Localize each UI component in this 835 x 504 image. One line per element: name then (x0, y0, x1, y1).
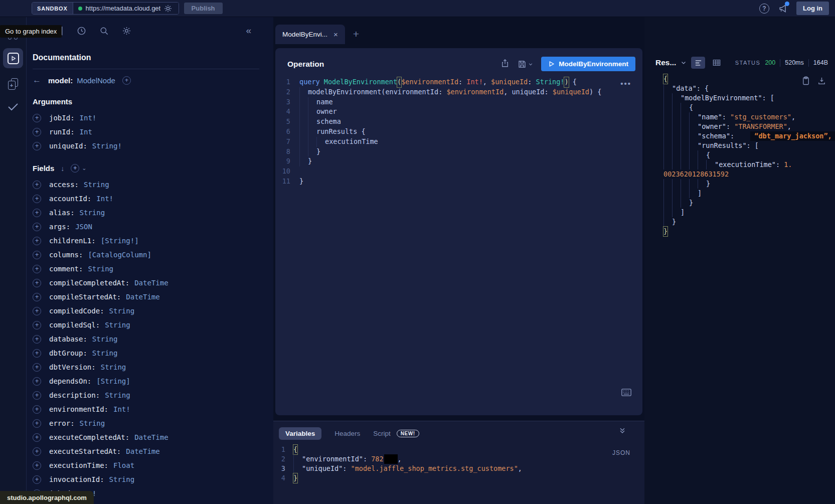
add-to-query-icon[interactable]: + (33, 335, 41, 344)
add-to-query-icon[interactable]: + (33, 279, 41, 287)
field-row[interactable]: +dependsOn:[String] (33, 374, 259, 388)
field-name[interactable]: args: (49, 223, 70, 231)
field-row[interactable]: +compiledCode:String (33, 304, 259, 318)
add-to-query-icon[interactable]: + (33, 405, 41, 414)
field-name[interactable]: runId: (49, 128, 75, 136)
field-name[interactable]: compileStartedAt: (49, 293, 121, 301)
field-row[interactable]: +alias:String (33, 206, 259, 220)
run-operation-button[interactable]: ModelByEnvironment (541, 57, 635, 71)
field-name[interactable]: environmentId: (49, 405, 108, 413)
field-name[interactable]: database: (49, 335, 87, 343)
field-type[interactable]: String (80, 419, 105, 427)
tab-headers[interactable]: Headers (335, 430, 360, 437)
graph-url-input[interactable]: https://metadata.cloud.get (73, 3, 179, 14)
add-to-query-icon[interactable]: + (33, 377, 41, 386)
add-to-query-icon[interactable]: + (33, 475, 41, 484)
field-type[interactable]: String! (92, 142, 122, 150)
add-field-icon[interactable]: + (122, 76, 131, 85)
add-to-query-icon[interactable]: + (33, 195, 41, 203)
field-row[interactable]: +dbtVersion:String (33, 360, 259, 374)
field-row[interactable]: +columns:[CatalogColumn] (33, 248, 259, 262)
response-format-table-button[interactable] (710, 57, 724, 69)
add-to-query-icon[interactable]: + (33, 293, 41, 301)
add-to-query-icon[interactable]: + (33, 128, 41, 136)
field-row[interactable]: +description:String (33, 388, 259, 402)
add-to-query-icon[interactable]: + (33, 251, 41, 259)
field-name[interactable]: access: (49, 181, 79, 189)
field-row[interactable]: +compileCompletedAt:DateTime (33, 276, 259, 290)
field-name[interactable]: invocationId: (49, 475, 104, 483)
field-row[interactable]: +compileStartedAt:DateTime (33, 290, 259, 304)
field-type[interactable]: String (109, 307, 135, 315)
field-type[interactable]: Int! (113, 405, 130, 413)
help-icon[interactable]: ? (759, 4, 769, 14)
response-format-list-button[interactable] (691, 57, 705, 69)
field-name[interactable]: jobId: (49, 114, 75, 122)
field-row[interactable]: +compiledSql:String (33, 318, 259, 332)
add-to-query-icon[interactable]: + (33, 363, 41, 372)
add-to-query-icon[interactable]: + (33, 223, 41, 231)
field-row[interactable]: +error:String (33, 416, 259, 430)
field-type[interactable]: [String] (96, 377, 130, 385)
field-type[interactable]: String (92, 335, 118, 343)
tab-script[interactable]: Script (373, 430, 391, 437)
publish-button[interactable]: Publish (184, 3, 223, 14)
add-to-query-icon[interactable]: + (33, 321, 41, 329)
save-operation-group[interactable] (518, 60, 533, 69)
field-name[interactable]: accountId: (49, 195, 91, 203)
add-to-query-icon[interactable]: + (33, 142, 41, 150)
collections-nav-item[interactable]: + (8, 78, 19, 90)
field-name[interactable]: columns: (49, 251, 83, 259)
login-button[interactable]: Log in (796, 2, 829, 15)
field-type[interactable]: DateTime (134, 279, 168, 287)
field-name[interactable]: dbtGroup: (49, 349, 87, 357)
download-response-icon[interactable] (817, 76, 826, 87)
argument-row[interactable]: +jobId:Int! (33, 111, 259, 125)
field-type[interactable]: DateTime (126, 447, 159, 455)
add-to-query-icon[interactable]: + (33, 181, 41, 189)
add-to-query-icon[interactable]: + (33, 209, 41, 217)
field-type[interactable]: String (101, 363, 126, 371)
add-to-query-icon[interactable]: + (33, 447, 41, 456)
field-row[interactable]: +childrenL1:[String!] (33, 234, 259, 248)
field-name[interactable]: dependsOn: (49, 377, 91, 385)
field-row[interactable]: +accountId:Int! (33, 192, 259, 206)
history-icon[interactable] (77, 26, 86, 36)
copy-response-icon[interactable] (802, 76, 810, 87)
field-name[interactable]: compiledSql: (49, 321, 100, 329)
field-type[interactable]: String (84, 181, 109, 189)
collapse-panel-icon[interactable] (618, 427, 626, 436)
field-name[interactable]: compileCompletedAt: (49, 279, 129, 287)
share-operation-icon[interactable] (500, 59, 510, 70)
operation-editor[interactable]: 1query ModelByEnvironment($environmentId… (275, 77, 642, 187)
field-type[interactable]: Float (113, 461, 134, 469)
field-name[interactable]: description: (49, 391, 100, 399)
sort-fields-icon[interactable]: ↓ (61, 164, 64, 173)
new-tab-button[interactable]: + (353, 28, 359, 40)
field-name[interactable]: executeStartedAt: (49, 447, 121, 455)
add-to-query-icon[interactable]: + (33, 265, 41, 273)
add-to-query-icon[interactable]: + (33, 307, 41, 315)
add-to-query-icon[interactable]: + (33, 237, 41, 245)
field-type[interactable]: [String!] (101, 237, 139, 245)
field-type[interactable]: String (105, 391, 130, 399)
breadcrumb-type[interactable]: ModelNode (77, 76, 115, 85)
add-to-query-icon[interactable]: + (33, 461, 41, 470)
add-to-query-icon[interactable]: + (33, 391, 41, 400)
field-type[interactable]: Int (80, 128, 92, 136)
field-type[interactable]: String (109, 475, 135, 483)
field-row[interactable]: +dbtGroup:String (33, 346, 259, 360)
field-type[interactable]: Int! (96, 195, 113, 203)
field-row[interactable]: +executeCompletedAt:DateTime (33, 430, 259, 444)
field-row[interactable]: +access:String (33, 178, 259, 192)
variables-editor[interactable]: 1{2"environmentId": 782 ,3"uniqueId": "m… (273, 445, 644, 483)
field-type[interactable]: String (88, 265, 113, 273)
field-row[interactable]: +environmentId:Int! (33, 402, 259, 416)
close-tab-icon[interactable]: × (333, 30, 338, 39)
explorer-nav-item[interactable] (3, 48, 23, 68)
field-name[interactable]: executeCompletedAt: (49, 433, 129, 441)
field-type[interactable]: DateTime (126, 293, 159, 301)
add-to-query-icon[interactable]: + (33, 114, 41, 122)
field-name[interactable]: uniqueId: (49, 142, 87, 150)
search-icon[interactable] (99, 26, 109, 36)
